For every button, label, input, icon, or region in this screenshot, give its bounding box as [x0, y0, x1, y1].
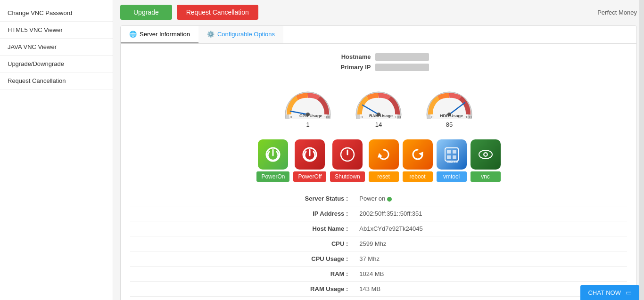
table-row: Server Status :Power on: [130, 191, 627, 206]
reboot-group: reboot: [403, 139, 433, 182]
table-row: RAM :1024 MB: [130, 267, 627, 282]
sidebar-item-java-vnc[interactable]: JAVA VNC Viewer: [0, 39, 113, 56]
ram-gauge-value: 14: [375, 121, 382, 128]
status-dot: [387, 197, 392, 202]
payment-method: Perfect Money: [597, 9, 637, 16]
gauges-row: 0 100 CPU Usage 1: [130, 81, 627, 128]
status-value: 2599 Mhz: [354, 236, 627, 251]
hostname-row: Hostname ██████████: [328, 53, 429, 61]
table-row: BootTime :2018-01-10 03:38:29: [130, 297, 627, 300]
poweroff-group: PowerOff: [293, 139, 326, 182]
status-value: 1024 MB: [354, 267, 627, 282]
poweroff-icon[interactable]: [295, 139, 325, 170]
upgrade-button[interactable]: Upgrade: [120, 5, 172, 20]
status-value: 2002:50ff:351::50ff:351: [354, 206, 627, 221]
sidebar-item-request-cancel[interactable]: Request Cancellation: [0, 73, 113, 89]
gear-icon: ⚙️: [207, 31, 215, 38]
sidebar-item-upgrade[interactable]: Upgrade/Downgrade: [0, 56, 113, 73]
globe-icon: 🌐: [129, 31, 137, 38]
svg-text:100: 100: [395, 115, 401, 119]
svg-text:0: 0: [361, 115, 363, 119]
shutdown-button[interactable]: Shutdown: [330, 171, 364, 182]
svg-text:100: 100: [465, 115, 472, 119]
cpu-gauge-svg: 0 100 CPU Usage: [280, 81, 336, 119]
svg-text:0: 0: [290, 115, 292, 119]
reboot-icon[interactable]: [403, 139, 433, 170]
vnc-group: vnc: [471, 139, 501, 182]
chat-now-bar[interactable]: CHAT NOW ▭: [580, 285, 639, 300]
svg-text:vmware: vmware: [446, 160, 458, 163]
primary-ip-value: ██████████: [375, 64, 429, 71]
svg-rect-27: [447, 150, 451, 154]
cpu-gauge-value: 1: [306, 121, 309, 128]
status-label: BootTime :: [130, 297, 354, 300]
action-buttons-row: PowerOn PowerOff Shutdown reset: [130, 139, 627, 182]
reset-icon[interactable]: [369, 139, 399, 170]
status-value: Power on: [354, 191, 627, 206]
top-buttons-row: Upgrade Request Cancellation Perfect Mon…: [120, 5, 637, 20]
chat-now-label: CHAT NOW: [588, 289, 621, 296]
hostname-value: ██████████: [375, 53, 429, 61]
cpu-gauge: 0 100 CPU Usage 1: [280, 81, 336, 128]
reboot-button[interactable]: reboot: [403, 171, 433, 182]
status-value: 37 Mhz: [354, 251, 627, 267]
reset-group: reset: [369, 139, 399, 182]
tab-configurable-options[interactable]: ⚙️ Configurable Options: [198, 26, 283, 43]
svg-text:HDD Usage: HDD Usage: [440, 114, 463, 118]
vnc-icon[interactable]: [471, 139, 501, 170]
status-label: IP Address :: [130, 206, 354, 221]
status-label: CPU Usage :: [130, 251, 354, 267]
svg-rect-30: [453, 155, 456, 159]
status-table: Server Status :Power onIP Address :2002:…: [130, 191, 627, 300]
hdd-gauge-value: 85: [446, 121, 453, 128]
status-value: Ab1xCYd7e92Tk24045: [354, 221, 627, 236]
chat-close-icon[interactable]: ▭: [626, 289, 632, 296]
tab-panel: Hostname ██████████ Primary IP █████████…: [120, 44, 637, 300]
poweroff-button[interactable]: PowerOff: [293, 171, 326, 182]
shutdown-group: Shutdown: [330, 139, 364, 182]
scrollbar[interactable]: [639, 0, 644, 300]
status-label: Server Status :: [130, 191, 354, 206]
status-label: RAM Usage :: [130, 282, 354, 297]
tab-bar: 🌐 Server Information ⚙️ Configurable Opt…: [120, 25, 637, 44]
status-label: CPU :: [130, 236, 354, 251]
vmtool-icon[interactable]: vmware: [437, 139, 467, 170]
table-row: CPU :2599 Mhz: [130, 236, 627, 251]
sidebar: Change VNC Password HTML5 VNC Viewer JAV…: [0, 0, 113, 300]
status-label: RAM :: [130, 267, 354, 282]
svg-rect-29: [447, 155, 451, 159]
ram-gauge-svg: 0 100 RAM Usage: [350, 81, 407, 119]
tab-server-information[interactable]: 🌐 Server Information: [121, 26, 198, 43]
svg-point-34: [484, 154, 487, 156]
svg-text:CPU Usage: CPU Usage: [299, 114, 322, 118]
table-row: CPU Usage :37 Mhz: [130, 251, 627, 267]
request-cancellation-button[interactable]: Request Cancellation: [177, 5, 258, 20]
table-row: Host Name :Ab1xCYd7e92Tk24045: [130, 221, 627, 236]
hdd-gauge: 0 100 HDD Usage 85: [421, 81, 478, 128]
sidebar-item-html5-vnc[interactable]: HTML5 VNC Viewer: [0, 22, 113, 39]
svg-rect-28: [453, 150, 456, 154]
svg-text:100: 100: [324, 115, 330, 119]
primary-ip-row: Primary IP ██████████: [328, 64, 429, 71]
poweron-button[interactable]: PowerOn: [256, 171, 289, 182]
sidebar-item-change-vnc[interactable]: Change VNC Password: [0, 5, 113, 22]
vnc-button[interactable]: vnc: [471, 171, 501, 182]
status-label: Host Name :: [130, 221, 354, 236]
primary-ip-label: Primary IP: [328, 64, 371, 71]
server-info-header: Hostname ██████████ Primary IP █████████…: [130, 53, 627, 74]
svg-marker-24: [378, 153, 382, 158]
hostname-label: Hostname: [328, 53, 371, 61]
poweron-icon[interactable]: [258, 139, 288, 170]
main-content: Upgrade Request Cancellation Perfect Mon…: [113, 0, 644, 300]
svg-text:RAM Usage: RAM Usage: [369, 114, 393, 118]
vmtool-button[interactable]: vmtool: [437, 171, 467, 182]
poweron-group: PowerOn: [256, 139, 289, 182]
ram-gauge: 0 100 RAM Usage 14: [350, 81, 407, 128]
table-row: IP Address :2002:50ff:351::50ff:351: [130, 206, 627, 221]
hdd-gauge-svg: 0 100 HDD Usage: [421, 81, 478, 119]
table-row: RAM Usage :143 MB: [130, 282, 627, 297]
top-buttons-left: Upgrade Request Cancellation: [120, 5, 258, 20]
shutdown-icon[interactable]: [332, 139, 363, 170]
svg-text:0: 0: [431, 115, 434, 119]
reset-button[interactable]: reset: [369, 171, 399, 182]
